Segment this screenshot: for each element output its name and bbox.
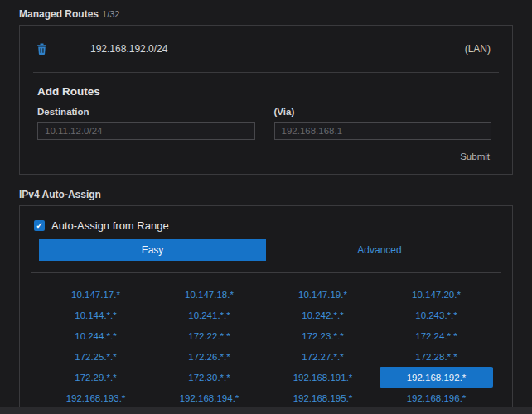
ip-range-option[interactable]: 172.29.*.* [39,367,152,388]
ip-range-option-selected[interactable]: 192.168.192.* [380,367,493,388]
ip-range-option[interactable]: 10.144.*.* [39,305,152,325]
trash-icon [36,42,48,55]
via-input[interactable] [274,122,492,140]
tab-advanced[interactable]: Advanced [266,239,493,261]
ip-range-option[interactable]: 10.147.19.* [266,284,380,305]
ip-range-option[interactable]: 172.26.*.* [152,346,266,367]
auto-assign-checkbox[interactable] [34,220,45,231]
ip-range-option[interactable]: 172.23.*.* [266,325,380,346]
route-row: 192.168.192.0/24 (LAN) [20,26,512,72]
ipv4-auto-assign-title: IPv4 Auto-Assign [19,189,101,200]
auto-assign-checkbox-label: Auto-Assign from Range [51,219,169,232]
via-label: (Via) [274,107,492,117]
ip-range-option[interactable]: 10.147.18.* [152,284,266,305]
managed-routes-panel: 192.168.192.0/24 (LAN) Add Routes Destin… [19,25,513,175]
ip-range-option[interactable]: 10.241.*.* [152,305,266,325]
ip-range-option[interactable]: 172.25.*.* [39,346,152,367]
ip-range-option[interactable]: 172.28.*.* [380,346,493,367]
ip-range-option[interactable]: 10.147.20.* [380,284,493,305]
destination-label: Destination [37,107,255,117]
bottom-strip [0,407,532,414]
ip-range-option[interactable]: 172.27.*.* [266,346,380,367]
delete-route-button[interactable] [35,42,48,55]
ip-range-option[interactable]: 172.30.*.* [152,367,266,388]
ip-range-option[interactable]: 10.147.17.* [39,284,152,305]
page-content: Managed Routes1/32 192.168.192.0/24 (LAN… [19,8,513,414]
managed-routes-header: Managed Routes1/32 [19,8,513,20]
ip-range-option[interactable]: 192.168.191.* [266,367,380,388]
destination-field-group: Destination [37,107,255,140]
managed-routes-count: 1/32 [102,9,119,19]
tab-easy[interactable]: Easy [39,239,266,261]
ip-range-option[interactable]: 10.243.*.* [380,305,493,325]
ipv4-auto-assign-panel: Auto-Assign from Range Easy Advanced 10.… [19,205,513,414]
auto-assign-checkbox-row: Auto-Assign from Range [34,219,498,232]
route-lan-tag: (LAN) [465,43,491,55]
ip-range-option[interactable]: 192.168.194.* [152,388,266,408]
ip-range-option[interactable]: 10.244.*.* [39,325,152,346]
destination-input[interactable] [37,122,255,140]
ipv4-auto-assign-header: IPv4 Auto-Assign [19,189,513,200]
via-field-group: (Via) [274,107,492,140]
managed-routes-title: Managed Routes [19,8,99,20]
add-routes-heading: Add Routes [37,85,491,98]
submit-row: Submit [37,148,491,163]
add-routes-section: Add Routes Destination (Via) Submit [20,73,512,174]
ip-range-option[interactable]: 172.24.*.* [380,325,493,346]
add-routes-form: Destination (Via) [37,107,491,140]
submit-button[interactable]: Submit [458,150,491,163]
assign-mode-tabs: Easy Advanced [39,239,493,261]
ip-range-option[interactable]: 10.242.*.* [266,305,380,325]
route-target: 192.168.192.0/24 [90,43,465,55]
ip-range-option[interactable]: 192.168.195.* [266,388,380,408]
ip-range-option[interactable]: 192.168.196.* [380,388,493,408]
ip-range-grid: 10.147.17.* 10.147.18.* 10.147.19.* 10.1… [39,284,493,408]
ip-range-option[interactable]: 172.22.*.* [152,325,266,346]
ip-range-option[interactable]: 192.168.193.* [39,388,152,408]
tabs-divider [31,272,501,273]
